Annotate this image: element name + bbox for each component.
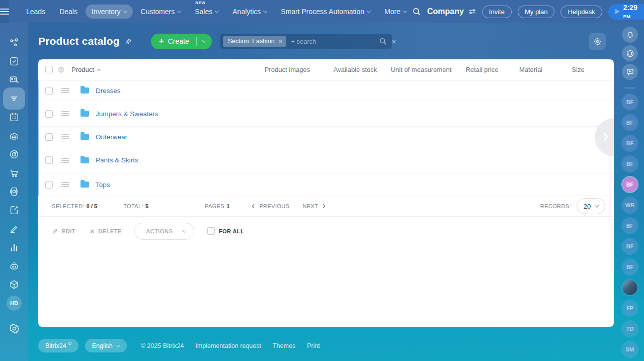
nav-item-customers[interactable]: Customers [135,5,187,19]
for-all-checkbox[interactable] [207,227,215,235]
search-icon[interactable] [379,38,387,45]
network-icon[interactable] [8,37,20,49]
nav-item-smart-process-automation[interactable]: Smart Process Automation [275,5,376,19]
chevron-down-icon [202,38,206,42]
user-avatar-photo[interactable] [622,280,637,295]
row-checkbox[interactable] [45,110,53,118]
user-avatar[interactable]: BF [622,115,637,130]
create-button[interactable]: + Create [151,34,212,49]
invite-button[interactable]: Invite [482,6,512,18]
user-avatar[interactable]: FP [622,301,637,316]
create-dropdown-button[interactable] [197,34,212,49]
user-avatar[interactable]: BF [622,218,637,233]
user-avatar[interactable]: BF [622,95,637,110]
chat-replies-icon[interactable] [622,64,638,80]
previous-page-button[interactable]: PREVIOUS [253,203,289,209]
drag-handle-icon[interactable] [61,90,69,91]
column-header-material[interactable]: Material [512,66,549,73]
section-link[interactable]: Outerwear [96,133,127,141]
time-tracker-pill[interactable]: 2:29 PM [608,4,644,20]
remove-filter-icon[interactable]: × [279,38,283,45]
signature-icon[interactable] [8,223,20,235]
row-checkbox[interactable] [45,87,53,95]
drag-handle-icon[interactable] [61,113,69,114]
section-link[interactable]: Tops [96,181,110,189]
settings-gear-icon[interactable] [8,322,20,334]
nav-item-analytics[interactable]: Analytics [226,5,273,19]
user-avatar[interactable]: BF [622,156,637,171]
row-checkbox[interactable] [45,181,53,189]
edit-button[interactable]: EDIT [52,228,75,234]
warehouse-icon[interactable] [8,130,20,142]
tasks-icon[interactable] [8,55,20,67]
crm-chat-icon[interactable] [8,74,20,86]
column-header-retail-price[interactable]: Retail price [452,66,512,73]
next-page-button[interactable]: NEXT [302,203,325,209]
section-link[interactable]: Pants & Skirts [96,156,138,164]
drag-handle-icon[interactable] [61,184,69,185]
column-header-product-images[interactable]: Product images [255,66,320,73]
company-menu[interactable]: Company [427,7,476,16]
print-link[interactable]: Print [307,342,320,349]
clear-search-icon[interactable]: × [391,38,396,45]
bitrix24-brand-button[interactable]: Bitrix24 [38,339,78,352]
column-header-product[interactable]: Product [71,66,100,73]
page-footer: Bitrix24 English © 2025 Bitrix24 Impleme… [38,339,614,352]
bar-chart-icon[interactable] [8,241,20,253]
inventory-funnel-icon[interactable] [8,93,20,105]
section-link[interactable]: Jumpers & Sweaters [96,110,158,118]
section-link[interactable]: Dresses [96,87,121,95]
delete-button[interactable]: × DELETE [90,227,122,235]
copilot-robot-icon[interactable] [8,260,20,272]
planner-icon[interactable] [8,111,20,123]
user-avatar[interactable]: TD [622,321,637,336]
user-avatar[interactable]: BF [622,239,637,254]
user-avatar[interactable]: SM [622,342,637,357]
nav-item-sales[interactable]: NEW Sales [189,5,224,19]
nav-item-more[interactable]: More [378,5,413,19]
filter-search-bar[interactable]: Section: Fashion × × [220,34,392,49]
column-header-available-stock[interactable]: Available stock [320,66,390,73]
search-input[interactable] [291,38,379,45]
divider [624,87,635,88]
drag-handle-icon[interactable] [61,136,69,137]
nav-item-leads[interactable]: Leads [20,5,51,19]
pin-icon[interactable] [125,38,132,45]
row-checkbox[interactable] [45,133,53,141]
package-icon[interactable] [8,279,20,291]
column-header-unit[interactable]: Unit of measurement [390,66,452,73]
user-avatar[interactable]: WR [622,198,637,213]
search-icon[interactable] [413,8,421,16]
my-plan-button[interactable]: My plan [518,6,555,18]
nav-item-inventory[interactable]: Inventory [86,5,133,19]
hamburger-menu-button[interactable] [0,0,9,23]
hd-badge[interactable]: HD [7,296,22,311]
notifications-bell-icon[interactable] [622,27,638,43]
app-window: Leads Deals Inventory Customers NEW Sale… [0,0,644,361]
page-settings-button[interactable] [589,33,606,50]
language-select[interactable]: English [85,339,127,352]
marketing-target-icon[interactable] [8,148,20,160]
nav-item-deals[interactable]: Deals [53,5,84,19]
camera-icon[interactable] [8,186,20,198]
hamburger-icon [0,11,9,12]
grid-settings-gear-icon[interactable] [57,66,65,73]
cart-icon[interactable] [8,167,20,179]
user-avatar[interactable]: BF [622,136,637,151]
chevron-down-icon [215,9,219,13]
records-per-page-select[interactable]: 20 [577,198,605,214]
play-icon [615,9,620,14]
user-avatar[interactable]: BF [622,259,637,275]
select-all-checkbox[interactable] [45,66,53,73]
document-edit-icon[interactable] [8,204,20,216]
column-header-size[interactable]: Size [549,66,607,73]
filter-chip[interactable]: Section: Fashion × [223,36,287,47]
implementation-request-link[interactable]: Implementation request [195,342,261,349]
actions-dropdown[interactable]: - ACTIONS - [134,223,194,240]
row-checkbox[interactable] [45,156,53,164]
copilot-icon[interactable] [622,45,638,61]
helpdesk-button[interactable]: Helpdesk [560,6,602,18]
drag-handle-icon[interactable] [61,160,69,161]
themes-link[interactable]: Themes [273,342,295,349]
user-avatar-active[interactable]: BF [622,177,637,192]
